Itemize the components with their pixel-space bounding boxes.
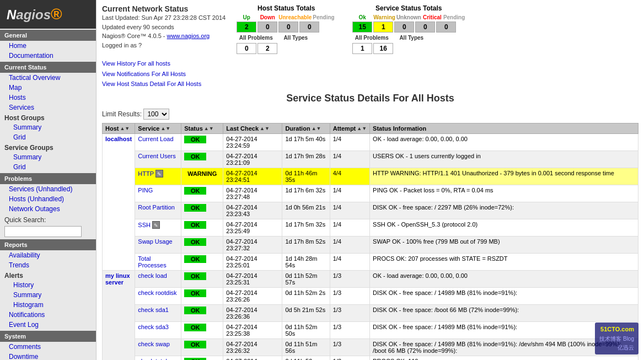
- host-value-pending[interactable]: 0: [299, 22, 319, 33]
- host-all-types-label: All Types: [276, 35, 315, 41]
- status-badge[interactable]: OK: [184, 136, 206, 143]
- sidebar-item-network-outages[interactable]: Network Outages: [0, 204, 96, 214]
- table-row: check sda3OK04-27-2014 23:25:380d 11h 52…: [103, 322, 638, 339]
- view-history-link[interactable]: View History For all hosts: [102, 58, 638, 69]
- top-header: Current Network Status Last Updated: Sun…: [102, 4, 638, 54]
- last-updated: Last Updated: Sun Apr 27 23:28:28 CST 20…: [102, 13, 226, 23]
- sidebar-item-notifications[interactable]: Notifications: [0, 310, 96, 320]
- status-badge[interactable]: OK: [184, 289, 206, 297]
- host-all-problems-values: 0 2: [237, 43, 336, 54]
- svc-all-problems-value[interactable]: 1: [352, 43, 372, 54]
- duration-cell: 0d 11h 46m 35s: [282, 168, 330, 185]
- host-link[interactable]: my linux server: [105, 272, 130, 286]
- sidebar-item-alerts-history[interactable]: History: [0, 280, 96, 290]
- service-link[interactable]: check total proce: [138, 358, 167, 360]
- view-host-status-link[interactable]: View Host Status Detail For All Hosts: [102, 79, 638, 89]
- info-cell: SSH OK - OpenSSH_5.3 (protocol 2.0): [370, 219, 638, 237]
- status-badge[interactable]: OK: [184, 204, 206, 212]
- status-badge[interactable]: OK: [184, 238, 206, 246]
- network-status-title: Current Network Status: [102, 4, 226, 13]
- svc-value-unknown[interactable]: 0: [394, 22, 414, 33]
- watermark: 51CTO.com 技术博客 Blog 亿迅云: [595, 323, 638, 354]
- col-duration[interactable]: Duration ▲▼: [282, 123, 330, 134]
- sidebar-item-hosts-unhandled[interactable]: Hosts (Unhandled): [0, 194, 96, 204]
- table-body: localhostCurrent LoadOK04-27-2014 23:24:…: [103, 134, 638, 360]
- sidebar-item-event-log[interactable]: Event Log: [0, 320, 96, 330]
- service-link[interactable]: check rootdisk: [138, 289, 176, 296]
- note-icon[interactable]: ✎: [155, 170, 163, 178]
- service-table: Host ▲▼ Service ▲▼ Status ▲▼: [102, 123, 638, 360]
- sidebar-item-trends[interactable]: Trends: [0, 260, 96, 270]
- status-badge[interactable]: OK: [184, 153, 206, 160]
- sidebar-item-home[interactable]: Home: [0, 41, 96, 51]
- host-value-down[interactable]: 0: [257, 22, 277, 33]
- sidebar-item-services[interactable]: Services: [0, 103, 96, 112]
- col-service[interactable]: Service ▲▼: [135, 123, 181, 134]
- status-badge[interactable]: OK: [184, 307, 206, 314]
- sidebar-item-alerts-summary[interactable]: Summary: [0, 290, 96, 300]
- svc-header-pending: Pending: [443, 14, 465, 20]
- service-sort-icon: ▲▼: [160, 126, 170, 131]
- status-badge[interactable]: WARNING: [184, 170, 220, 178]
- service-link[interactable]: check sda1: [138, 307, 169, 313]
- sidebar-item-availability[interactable]: Availability: [0, 250, 96, 260]
- svc-value-ok[interactable]: 15: [352, 22, 372, 33]
- sidebar-item-comments[interactable]: Comments: [0, 342, 96, 352]
- sidebar-item-tactical-overview[interactable]: Tactical Overview: [0, 73, 96, 83]
- status-badge[interactable]: OK: [184, 187, 206, 195]
- svc-value-critical[interactable]: 0: [415, 22, 435, 33]
- service-link[interactable]: Current Users: [138, 153, 175, 159]
- col-attempt[interactable]: Attempt ▲▼: [330, 123, 369, 134]
- status-badge[interactable]: OK: [184, 272, 206, 280]
- limit-results-select[interactable]: 100 50 25: [143, 109, 169, 120]
- view-notifications-link[interactable]: View Notifications For All Hosts: [102, 69, 638, 79]
- sidebar-item-map[interactable]: Map: [0, 83, 96, 93]
- service-link[interactable]: SSH: [138, 222, 151, 228]
- info-cell: HTTP WARNING: HTTP/1.1 401 Unauthorized …: [370, 168, 638, 185]
- sidebar-item-service-groups-grid[interactable]: Grid: [0, 162, 96, 172]
- service-link[interactable]: Total Processes: [138, 255, 178, 268]
- sidebar-item-host-groups-grid[interactable]: Grid: [0, 132, 96, 142]
- host-all-problems-value[interactable]: 0: [237, 43, 256, 54]
- col-last-check[interactable]: Last Check ▲▼: [223, 123, 282, 134]
- last-check-cell: 04-27-2014 23:27:48: [223, 185, 282, 202]
- host-all-types-value[interactable]: 2: [257, 43, 277, 54]
- service-link[interactable]: PING: [138, 187, 153, 194]
- sidebar-item-service-groups-summary[interactable]: Summary: [0, 152, 96, 162]
- svc-value-pending[interactable]: 0: [436, 22, 456, 33]
- version-link[interactable]: www.nagios.org: [167, 33, 210, 39]
- service-link[interactable]: HTTP: [138, 170, 154, 177]
- host-link[interactable]: localhost: [105, 136, 132, 142]
- status-badge[interactable]: OK: [184, 324, 206, 331]
- service-link[interactable]: check load: [138, 272, 167, 279]
- sidebar-item-documentation[interactable]: Documentation: [0, 51, 96, 61]
- sidebar-item-alerts-histogram[interactable]: Histogram: [0, 300, 96, 310]
- col-status[interactable]: Status ▲▼: [181, 123, 223, 134]
- service-link[interactable]: check sda3: [138, 324, 169, 330]
- service-link[interactable]: check swap: [138, 341, 169, 347]
- service-link[interactable]: Root Partition: [138, 204, 175, 211]
- service-link[interactable]: Current Load: [138, 136, 173, 142]
- sidebar-item-hosts[interactable]: Hosts: [0, 93, 96, 103]
- sidebar-section-reports: Reports: [0, 239, 96, 250]
- status-badge[interactable]: OK: [184, 341, 206, 348]
- status-badge[interactable]: OK: [184, 221, 206, 229]
- info-cell: PING OK - Packet loss = 0%, RTA = 0.04 m…: [370, 185, 638, 202]
- service-link[interactable]: Swap Usage: [138, 238, 172, 245]
- sidebar-item-host-groups-summary[interactable]: Summary: [0, 122, 96, 132]
- quick-search-input[interactable]: [4, 226, 82, 237]
- col-host[interactable]: Host ▲▼: [103, 123, 135, 134]
- duration-cell: 0d 11h 52m 2s: [282, 288, 330, 305]
- host-value-unreachable[interactable]: 0: [278, 22, 298, 33]
- sidebar-item-services-unhandled[interactable]: Services (Unhandled): [0, 184, 96, 194]
- status-badge[interactable]: OK: [184, 255, 206, 263]
- status-badge[interactable]: OK: [184, 358, 206, 360]
- host-value-up[interactable]: 2: [237, 22, 256, 33]
- sidebar-item-downtime[interactable]: Downtime: [0, 352, 96, 360]
- attempt-cell: 4/4: [330, 168, 369, 185]
- note-icon[interactable]: ✎: [152, 221, 160, 229]
- svc-all-types-value[interactable]: 16: [373, 43, 393, 54]
- status-cell: OK: [181, 254, 223, 271]
- svc-value-warning[interactable]: 1: [373, 22, 393, 33]
- info-cell: DISK OK - free space: / 14989 MB (81% in…: [370, 288, 638, 305]
